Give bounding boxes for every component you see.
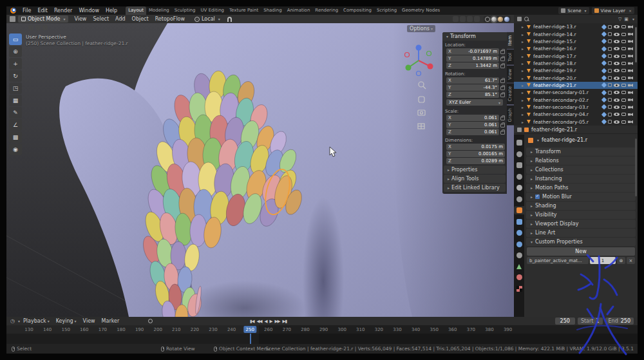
ruler-tick[interactable]: 390 bbox=[504, 325, 512, 334]
field-dimensions--y[interactable]: Y0.00165 m bbox=[446, 151, 505, 157]
tool-annotate[interactable]: ✎ bbox=[9, 107, 22, 118]
properties-tab-physics[interactable] bbox=[514, 240, 524, 249]
selectable-checkbox-icon[interactable] bbox=[608, 91, 612, 95]
viewport-menu-object[interactable]: Object bbox=[129, 15, 152, 23]
gizmo-y-axis[interactable] bbox=[406, 65, 412, 71]
hide-eye-icon[interactable] bbox=[614, 55, 620, 58]
field-location--x[interactable]: X-0.071697 m bbox=[446, 48, 499, 55]
object-name[interactable]: feather-ridge-15.r bbox=[533, 39, 602, 44]
properties-section-relations[interactable]: ▸Relations bbox=[526, 156, 636, 165]
npanel-section-properties[interactable]: ▸Properties bbox=[444, 166, 506, 174]
field-scale--y[interactable]: Y0.061 bbox=[446, 122, 499, 128]
properties-section-motion-blur[interactable]: ▸Motion Blur bbox=[526, 193, 636, 201]
ruler-tick[interactable]: 300 bbox=[338, 325, 346, 334]
timeline-menu-marker[interactable]: Marker bbox=[99, 318, 123, 324]
viewport-menu-select[interactable]: Select bbox=[90, 15, 112, 23]
ruler-tick[interactable]: 280 bbox=[301, 325, 309, 334]
outliner-item[interactable]: ▸feather-ridge-20.r bbox=[514, 74, 638, 81]
selectable-checkbox-icon[interactable] bbox=[608, 98, 612, 102]
object-name-row[interactable]: ▾ feather-ridge-21.r bbox=[526, 136, 636, 144]
lock-icon[interactable] bbox=[500, 50, 505, 54]
ruler-tick[interactable]: 370 bbox=[467, 325, 475, 334]
outliner-item[interactable]: ▸feather-secondary-02.r bbox=[514, 96, 638, 103]
selectable-checkbox-icon[interactable] bbox=[608, 76, 612, 80]
ruler-tick[interactable]: 260 bbox=[264, 325, 272, 334]
modifier-icon[interactable] bbox=[601, 46, 607, 51]
outliner-editor-icon[interactable] bbox=[517, 17, 522, 21]
object-name[interactable]: feather-secondary-02.r bbox=[533, 97, 602, 103]
object-name[interactable]: feather-secondary-05.r bbox=[533, 119, 602, 125]
timeline-tracks[interactable] bbox=[6, 334, 638, 344]
properties-section-transform[interactable]: ▸Transform bbox=[526, 147, 636, 156]
modifier-icon[interactable] bbox=[601, 112, 607, 117]
wireframe-shading-icon[interactable] bbox=[485, 17, 490, 22]
hide-eye-icon[interactable] bbox=[614, 120, 620, 124]
ruler-tick[interactable]: 340 bbox=[412, 325, 420, 334]
ruler-tick[interactable]: 290 bbox=[319, 325, 328, 334]
disable-viewport-icon[interactable] bbox=[621, 69, 626, 72]
selectable-checkbox-icon[interactable] bbox=[608, 83, 612, 87]
disable-render-icon[interactable] bbox=[628, 84, 633, 87]
property-settings-gear-icon[interactable]: ⊛ bbox=[617, 257, 625, 264]
material-shading-icon[interactable] bbox=[498, 17, 503, 22]
tool-retopoflow[interactable]: ◉ bbox=[9, 144, 22, 155]
modifier-icon[interactable] bbox=[601, 68, 607, 73]
disable-viewport-icon[interactable] bbox=[621, 62, 626, 65]
properties-tab-object[interactable] bbox=[514, 206, 524, 214]
properties-tab-tool[interactable] bbox=[514, 138, 524, 147]
outliner-item[interactable]: ▸feather-ridge-18.r bbox=[514, 60, 638, 67]
ruler-tick[interactable]: 310 bbox=[356, 325, 365, 334]
ruler-tick[interactable]: 160 bbox=[80, 325, 88, 334]
npanel-tab-view[interactable]: View bbox=[507, 66, 514, 83]
selectable-checkbox-icon[interactable] bbox=[608, 54, 612, 58]
object-name[interactable]: feather-ridge-13.r bbox=[533, 24, 602, 30]
snap-magnet-icon[interactable] bbox=[227, 17, 232, 22]
hide-eye-icon[interactable] bbox=[614, 33, 620, 36]
hide-eye-icon[interactable] bbox=[614, 62, 620, 65]
disable-viewport-icon[interactable] bbox=[621, 77, 626, 80]
transform-orientation[interactable]: Local ▾ bbox=[194, 16, 232, 22]
outliner-item[interactable]: ▸feather-secondary-01.r bbox=[514, 89, 638, 96]
menu-edit[interactable]: Edit bbox=[34, 6, 51, 15]
ruler-tick[interactable]: 210 bbox=[172, 325, 180, 334]
object-name[interactable]: feather-secondary-04.r bbox=[533, 111, 602, 117]
disable-viewport-icon[interactable] bbox=[621, 113, 626, 116]
outliner-item[interactable]: ▸feather-ridge-19.r bbox=[514, 67, 638, 74]
object-name[interactable]: feather-ridge-16.r bbox=[533, 46, 602, 52]
properties-tab-view-layer[interactable] bbox=[514, 173, 524, 181]
field-location--y[interactable]: Y0.14789 m bbox=[446, 55, 499, 62]
hide-eye-icon[interactable] bbox=[614, 113, 620, 116]
timeline-ruler[interactable]: 1301401501601701801902002102202302402502… bbox=[6, 325, 638, 334]
rotation-mode-select[interactable]: XYZ Euler▾ bbox=[446, 99, 503, 106]
viewport-3d[interactable]: User Perspective (250) Scene Collection … bbox=[6, 23, 514, 317]
timeline-menu-keying[interactable]: Keying▾ bbox=[53, 318, 80, 324]
modifier-icon[interactable] bbox=[601, 119, 607, 124]
blender-logo-icon[interactable] bbox=[10, 8, 16, 14]
tool-rotate[interactable]: ↻ bbox=[9, 70, 22, 82]
field-rotation--y[interactable]: Y-44.3° bbox=[446, 84, 499, 91]
ruler-tick[interactable]: 180 bbox=[117, 325, 125, 334]
workspace-tab-geometry-nodes[interactable]: Geometry Nodes bbox=[399, 6, 442, 15]
disable-viewport-icon[interactable] bbox=[621, 47, 626, 50]
ruler-tick[interactable]: 380 bbox=[485, 325, 493, 334]
hide-eye-icon[interactable] bbox=[614, 99, 620, 102]
npanel-section-edit-linked-library[interactable]: ▸Edit Linked Library bbox=[444, 184, 506, 192]
view-layer-remove-icon[interactable]: × bbox=[629, 8, 632, 13]
display-mode-icon[interactable]: ▾ bbox=[632, 17, 634, 21]
outliner-item[interactable]: ▸feather-ridge-17.r bbox=[514, 52, 638, 59]
object-name[interactable]: feather-ridge-14.r bbox=[533, 32, 602, 37]
outliner-item[interactable]: ▸feather-secondary-04.r bbox=[514, 111, 638, 118]
lock-icon[interactable] bbox=[500, 124, 505, 128]
modifier-icon[interactable] bbox=[601, 32, 607, 37]
gizmo-toggle-icon[interactable] bbox=[460, 16, 466, 22]
selectable-checkbox-icon[interactable] bbox=[608, 25, 612, 29]
mode-selector[interactable]: Object Mode ▾ bbox=[18, 15, 68, 23]
disable-render-icon[interactable] bbox=[628, 55, 633, 58]
disable-render-icon[interactable] bbox=[628, 91, 633, 94]
outliner-item[interactable]: ▸feather-ridge-13.r bbox=[514, 23, 638, 30]
selectable-checkbox-icon[interactable] bbox=[608, 32, 612, 36]
solid-shading-icon[interactable] bbox=[491, 17, 497, 22]
tool-transform[interactable]: ▦ bbox=[9, 95, 22, 106]
disable-render-icon[interactable] bbox=[628, 69, 633, 72]
outliner-item[interactable]: ▸feather-ridge-21.r bbox=[514, 82, 638, 89]
